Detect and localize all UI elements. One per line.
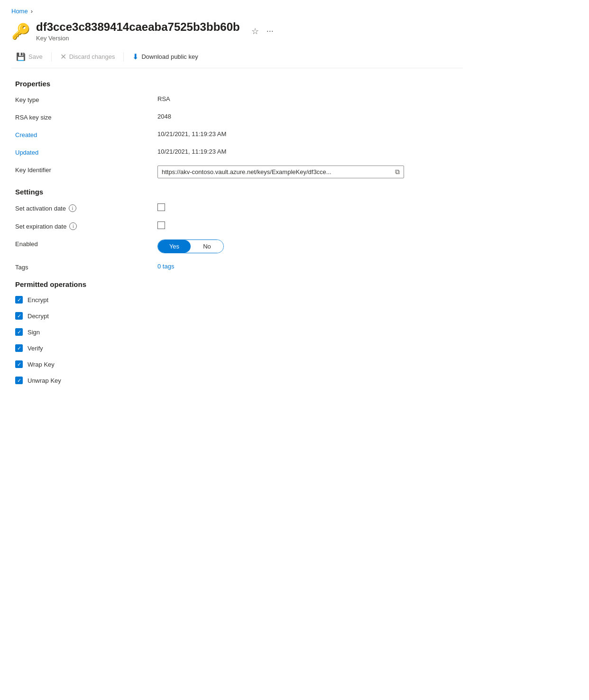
key-icon: 🔑 bbox=[11, 24, 30, 39]
sign-label: Sign bbox=[28, 329, 40, 336]
prop-row-enabled: Enabled Yes No bbox=[15, 239, 459, 253]
operation-sign: ✓ Sign bbox=[15, 328, 459, 336]
wrap-key-label: Wrap Key bbox=[28, 361, 55, 368]
prop-value-created: 10/21/2021, 11:19:23 AM bbox=[157, 130, 226, 138]
prop-row-activation: Set activation date i bbox=[15, 203, 459, 212]
page-header: 🔑 df3cce3c8389414caeaba7525b3bb60b Key V… bbox=[11, 20, 463, 42]
activation-checkbox[interactable] bbox=[157, 203, 165, 211]
toggle-yes[interactable]: Yes bbox=[158, 240, 191, 253]
operation-encrypt: ✓ Encrypt bbox=[15, 296, 459, 304]
prop-label-rsa-size: RSA key size bbox=[15, 113, 157, 121]
save-icon: 💾 bbox=[16, 52, 26, 61]
decrypt-checkbox[interactable]: ✓ bbox=[15, 312, 23, 320]
operations-section-title: Permitted operations bbox=[15, 280, 459, 288]
expiration-info-icon[interactable]: i bbox=[69, 222, 77, 230]
settings-section: Settings Set activation date i Set expir… bbox=[15, 188, 459, 271]
expiration-checkbox[interactable] bbox=[157, 221, 165, 229]
prop-label-created: Created bbox=[15, 130, 157, 138]
verify-checkbox[interactable]: ✓ bbox=[15, 344, 23, 352]
toolbar: 💾 Save ✕ Discard changes ⬇ Download publ… bbox=[11, 46, 463, 68]
prop-label-activation: Set activation date i bbox=[15, 203, 157, 212]
encrypt-checkbox[interactable]: ✓ bbox=[15, 296, 23, 304]
prop-label-enabled: Enabled bbox=[15, 239, 157, 248]
toolbar-divider-2 bbox=[123, 52, 124, 62]
discard-button[interactable]: ✕ Discard changes bbox=[55, 49, 120, 64]
page-title: df3cce3c8389414caeaba7525b3bb60b bbox=[36, 20, 240, 34]
pin-button[interactable]: ☆ bbox=[249, 24, 261, 38]
decrypt-label: Decrypt bbox=[28, 313, 49, 320]
encrypt-label: Encrypt bbox=[28, 296, 48, 304]
unwrap-key-label: Unwrap Key bbox=[28, 377, 61, 384]
enabled-toggle[interactable]: Yes No bbox=[157, 239, 224, 253]
prop-value-tags: 0 tags bbox=[157, 263, 174, 270]
discard-label: Discard changes bbox=[69, 53, 115, 60]
save-label: Save bbox=[28, 53, 43, 60]
download-icon: ⬇ bbox=[132, 52, 138, 61]
properties-section-title: Properties bbox=[15, 80, 459, 88]
title-block: df3cce3c8389414caeaba7525b3bb60b Key Ver… bbox=[36, 20, 240, 42]
prop-row-created: Created 10/21/2021, 11:19:23 AM bbox=[15, 130, 459, 138]
prop-label-key-type: Key type bbox=[15, 95, 157, 103]
prop-row-expiration: Set expiration date i bbox=[15, 221, 459, 230]
permitted-operations-section: Permitted operations ✓ Encrypt ✓ Decrypt… bbox=[15, 280, 459, 384]
prop-row-rsa-size: RSA key size 2048 bbox=[15, 113, 459, 121]
breadcrumb-separator: › bbox=[31, 8, 33, 15]
prop-value-activation bbox=[157, 203, 165, 211]
prop-row-key-identifier: Key Identifier https://akv-contoso.vault… bbox=[15, 166, 459, 178]
copy-key-id-button[interactable]: ⧉ bbox=[391, 168, 400, 176]
save-button[interactable]: 💾 Save bbox=[11, 49, 47, 64]
prop-label-tags: Tags bbox=[15, 263, 157, 271]
discard-icon: ✕ bbox=[60, 52, 66, 61]
settings-section-title: Settings bbox=[15, 188, 459, 196]
breadcrumb-home[interactable]: Home bbox=[11, 8, 28, 15]
prop-value-key-type: RSA bbox=[157, 95, 170, 102]
prop-value-rsa-size: 2048 bbox=[157, 113, 171, 120]
prop-row-tags: Tags 0 tags bbox=[15, 263, 459, 271]
verify-label: Verify bbox=[28, 345, 43, 352]
copy-icon: ⧉ bbox=[395, 168, 400, 176]
operation-wrap-key: ✓ Wrap Key bbox=[15, 360, 459, 368]
operation-decrypt: ✓ Decrypt bbox=[15, 312, 459, 320]
wrap-key-checkbox[interactable]: ✓ bbox=[15, 360, 23, 368]
toggle-no[interactable]: No bbox=[191, 240, 223, 253]
activation-info-icon[interactable]: i bbox=[69, 204, 76, 212]
breadcrumb: Home › bbox=[11, 8, 463, 15]
download-public-key-button[interactable]: ⬇ Download public key bbox=[128, 49, 202, 64]
key-id-container: https://akv-contoso.vault.azure.net/keys… bbox=[157, 166, 404, 178]
page-subtitle: Key Version bbox=[36, 35, 240, 42]
key-id-text: https://akv-contoso.vault.azure.net/keys… bbox=[162, 168, 391, 175]
prop-value-key-identifier: https://akv-contoso.vault.azure.net/keys… bbox=[157, 166, 404, 178]
prop-label-updated: Updated bbox=[15, 148, 157, 156]
toolbar-divider-1 bbox=[51, 52, 52, 62]
operation-verify: ✓ Verify bbox=[15, 344, 459, 352]
prop-value-enabled: Yes No bbox=[157, 239, 224, 253]
header-actions: ☆ ··· bbox=[249, 24, 276, 38]
prop-label-expiration: Set expiration date i bbox=[15, 221, 157, 230]
prop-row-key-type: Key type RSA bbox=[15, 95, 459, 103]
prop-value-expiration bbox=[157, 221, 165, 229]
activation-label-text: Set activation date bbox=[15, 205, 66, 212]
operation-unwrap-key: ✓ Unwrap Key bbox=[15, 377, 459, 384]
expiration-label-text: Set expiration date bbox=[15, 223, 66, 230]
download-label: Download public key bbox=[141, 53, 198, 60]
unwrap-key-checkbox[interactable]: ✓ bbox=[15, 377, 23, 384]
sign-checkbox[interactable]: ✓ bbox=[15, 328, 23, 336]
prop-value-updated: 10/21/2021, 11:19:23 AM bbox=[157, 148, 226, 155]
tags-link[interactable]: 0 tags bbox=[157, 263, 174, 270]
main-content: Properties Key type RSA RSA key size 204… bbox=[11, 80, 463, 384]
prop-row-updated: Updated 10/21/2021, 11:19:23 AM bbox=[15, 148, 459, 156]
prop-label-key-identifier: Key Identifier bbox=[15, 166, 157, 174]
more-button[interactable]: ··· bbox=[265, 24, 276, 38]
